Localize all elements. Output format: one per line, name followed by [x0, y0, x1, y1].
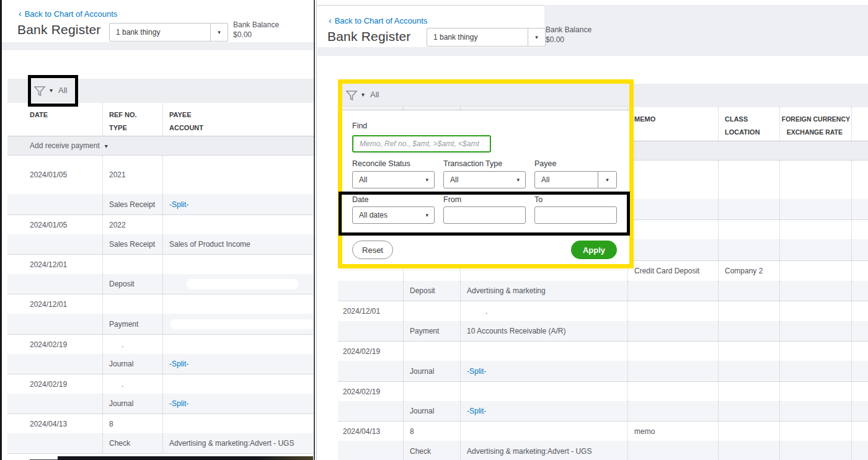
chevron-down-icon[interactable]: ▾	[210, 24, 228, 41]
table-row[interactable]: 2024/02/19 Journal -Split-	[338, 341, 868, 381]
chevron-down-icon: ▾	[425, 177, 428, 183]
transaction-type-label: Transaction Type	[443, 159, 502, 168]
payee-label: Payee	[534, 159, 556, 168]
redacted-area	[187, 279, 298, 289]
split-link[interactable]: -Split-	[162, 194, 314, 215]
table-row[interactable]: 2024/12/01 . Payment 10 Accounts Receiva…	[338, 301, 868, 341]
filter-popup: Find Reconcile Status All ▾ Transaction …	[342, 110, 631, 265]
filter-bar: ▾ All	[338, 84, 868, 107]
from-date-input[interactable]	[443, 206, 526, 224]
filter-caret-icon[interactable]: ▾	[50, 87, 53, 94]
reconcile-status-value: All	[359, 175, 367, 184]
table-row[interactable]: 2024/12/01 Payment	[7, 294, 314, 334]
find-label: Find	[352, 122, 367, 130]
transaction-type-select[interactable]: All ▾	[443, 171, 526, 188]
account-selector[interactable]: 1 bank thingy ▾	[427, 28, 546, 46]
table-row[interactable]: 2024/12/01 Deposit	[7, 254, 314, 294]
transaction-type-value: All	[450, 175, 458, 184]
bank-balance-label: Bank Balance	[233, 20, 279, 29]
date-range-select[interactable]: All dates ▾	[352, 206, 435, 224]
back-link-label: Back to Chart of Accounts	[25, 9, 118, 19]
chevron-down-icon: ▾	[105, 143, 108, 149]
account-selector-value: 1 bank thingy	[110, 28, 210, 37]
add-receive-payment-label: Add receive payment	[30, 141, 100, 150]
col-header-payee-account: PAYEEACCOUNT	[162, 103, 314, 136]
col-header-foreign-currency: FOREIGN CURRENCY EXCHANGE RATE	[779, 107, 851, 141]
back-to-chart-of-accounts-link[interactable]: ‹Back to Chart of Accounts	[329, 15, 427, 25]
split-link[interactable]: -Split-	[460, 401, 627, 421]
col-header-memo: MEMO	[627, 107, 718, 141]
to-date-input[interactable]	[534, 206, 617, 224]
split-link[interactable]: -Split-	[460, 361, 627, 381]
filter-bar: ▾ All	[7, 79, 314, 103]
account-selector[interactable]: 1 bank thingy ▾	[109, 23, 228, 42]
date-label: Date	[352, 195, 368, 204]
filter-all-label: All	[370, 90, 379, 99]
apply-button[interactable]: Apply	[571, 241, 617, 259]
window-edge-artifact	[58, 456, 313, 460]
col-header-clipped	[851, 107, 868, 141]
from-label: From	[443, 195, 461, 204]
chevron-down-icon: ▾	[516, 177, 520, 183]
chevron-left-icon: ‹	[19, 9, 22, 19]
col-header-class-location: CLASSLOCATION	[718, 107, 779, 141]
page-background-gray	[544, 5, 868, 56]
account-selector-value: 1 bank thingy	[427, 33, 528, 42]
chevron-down-icon[interactable]: ▾	[528, 29, 545, 46]
bank-register-window-left: ‹Back to Chart of Accounts Bank Register…	[0, 0, 315, 460]
reset-button[interactable]: Reset	[352, 241, 393, 259]
filter-all-label: All	[58, 86, 67, 95]
table-row[interactable]: 2024/04/13 8 memo Check Advertising & ma…	[338, 421, 868, 460]
filter-funnel-icon[interactable]	[345, 89, 358, 102]
chevron-left-icon: ‹	[329, 15, 332, 25]
table-header-row: DATE REF NO.TYPE PAYEEACCOUNT	[7, 103, 314, 136]
table-row[interactable]: Credit Card Deposit Company 2 Deposit Ad…	[338, 260, 868, 301]
bank-balance-label: Bank Balance	[546, 25, 591, 34]
redacted-area	[170, 319, 313, 329]
back-to-chart-of-accounts-link[interactable]: ‹Back to Chart of Accounts	[19, 9, 117, 19]
chevron-down-icon: ▾	[425, 212, 428, 218]
date-range-value: All dates	[359, 211, 388, 219]
table-row[interactable]: 2024/04/13 8 Check Advertising & marketi…	[7, 414, 314, 453]
filter-caret-icon[interactable]: ▾	[361, 91, 365, 98]
split-link[interactable]: -Split-	[162, 394, 314, 414]
payee-select[interactable]: All ▾	[534, 171, 617, 188]
chevron-down-icon[interactable]: ▾	[598, 172, 616, 188]
to-label: To	[534, 195, 542, 204]
find-input[interactable]	[352, 135, 491, 153]
bank-balance-value: $0.00	[233, 30, 252, 39]
table-row[interactable]: 2024/02/19 Journal -Split-	[338, 381, 868, 421]
register-table-left: DATE REF NO.TYPE PAYEEACCOUNT Add receiv…	[7, 103, 314, 460]
table-row[interactable]: 2024/02/19 . Journal -Split-	[7, 334, 314, 374]
back-link-label: Back to Chart of Accounts	[335, 16, 428, 25]
col-header-ref-type: REF NO.TYPE	[102, 103, 162, 136]
page-title: Bank Register	[327, 29, 411, 44]
header-divider-band	[2, 42, 314, 50]
reconcile-status-label: Reconcile Status	[352, 159, 410, 168]
payee-value: All	[541, 175, 549, 184]
reconcile-status-select[interactable]: All ▾	[352, 171, 435, 188]
table-row[interactable]: 2024/02/19 . Journal -Split-	[7, 374, 314, 414]
header-divider-band	[317, 47, 544, 56]
table-row[interactable]: 2024/01/05 2022 Sales Receipt Sales of P…	[7, 215, 314, 254]
table-row[interactable]: 2024/01/05 2021 Sales Receipt -Split-	[7, 155, 314, 215]
filter-funnel-icon[interactable]	[33, 85, 46, 97]
bank-balance-value: $0.00	[546, 35, 564, 44]
col-header-date: DATE	[7, 103, 102, 136]
split-link[interactable]: -Split-	[162, 354, 314, 374]
add-receive-payment-button[interactable]: Add receive payment ▾	[7, 136, 314, 155]
page-title: Bank Register	[17, 22, 101, 37]
